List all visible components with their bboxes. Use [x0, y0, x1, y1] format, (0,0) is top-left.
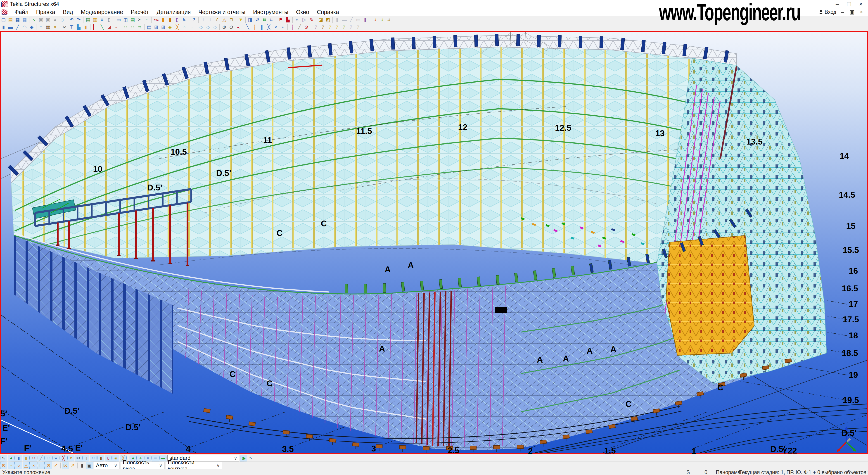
- share-model-icon[interactable]: <: [31, 16, 37, 23]
- fast-forward-icon[interactable]: »: [294, 16, 301, 23]
- context-help-icon[interactable]: ?: [190, 16, 197, 23]
- menu-item-10[interactable]: Справка: [313, 9, 343, 16]
- table-b-icon[interactable]: ⊞: [160, 24, 167, 30]
- menu-item-3[interactable]: Вид: [59, 9, 77, 16]
- mesh-tool-icon[interactable]: ⌗: [385, 16, 393, 23]
- white-beam-icon[interactable]: ▬: [341, 16, 348, 23]
- workflow-arrow-icon[interactable]: ↳: [181, 16, 188, 23]
- binoculars-icon[interactable]: ∞: [61, 24, 68, 30]
- select-filter-toggle-icon[interactable]: ▬: [159, 455, 166, 462]
- grid-calc-icon[interactable]: ⌗: [268, 16, 275, 23]
- frame-tool-icon[interactable]: ⊓: [228, 16, 235, 23]
- weld-diag-icon[interactable]: ╲: [99, 24, 105, 30]
- inquire-part-icon[interactable]: ?: [327, 24, 333, 30]
- select-points-icon[interactable]: ∷: [30, 455, 37, 462]
- coordinate-xyz-icon[interactable]: xyz: [153, 16, 160, 23]
- create-column-icon[interactable]: ▮: [0, 24, 7, 30]
- node-a-icon[interactable]: ◇: [197, 24, 204, 30]
- redo-icon[interactable]: ↷: [75, 16, 82, 23]
- copy-properties-icon[interactable]: ▤: [85, 16, 92, 23]
- mdi-close-button[interactable]: ×: [857, 9, 866, 15]
- select-bolts-icon[interactable]: ∷: [90, 455, 97, 462]
- snap-line-icon[interactable]: ╱: [296, 24, 303, 30]
- snap-cross-icon[interactable]: ×: [30, 462, 37, 469]
- table-a-icon[interactable]: ⊞: [153, 24, 160, 30]
- bolt-a-icon[interactable]: ∷: [122, 24, 129, 30]
- snap-points-toggle-icon[interactable]: ⊠: [0, 462, 7, 469]
- phase-lock-icon[interactable]: ▮: [167, 16, 174, 23]
- split-window-icon[interactable]: ◫: [122, 16, 129, 23]
- menu-item-7[interactable]: Чертежи и отчеты: [194, 9, 249, 16]
- select-cursor-icon[interactable]: ↖: [0, 455, 7, 462]
- window-close-button[interactable]: ×: [855, 0, 867, 8]
- save-icon[interactable]: ▦: [14, 16, 21, 23]
- snap-mid-icon[interactable]: ▪: [279, 24, 286, 30]
- mdi-minimize-button[interactable]: –: [838, 9, 847, 15]
- publish-icon[interactable]: ▣: [37, 16, 44, 23]
- window-minimize-button[interactable]: –: [831, 0, 843, 8]
- mdi-restore-button[interactable]: ▣: [847, 9, 857, 15]
- snap-mode-combo[interactable]: Авто∨: [94, 462, 119, 469]
- select-planes-icon[interactable]: ▼: [67, 455, 74, 462]
- create-plate-icon[interactable]: ◆: [28, 24, 35, 30]
- inquire-assembly-icon[interactable]: ?: [340, 24, 347, 30]
- select-views-icon[interactable]: ▯: [82, 455, 89, 462]
- select-grids-icon[interactable]: ∗: [53, 455, 60, 462]
- template-icon[interactable]: ▣: [44, 16, 52, 23]
- node-b-icon[interactable]: ◇: [204, 24, 211, 30]
- weld-line-icon[interactable]: ▎: [92, 24, 99, 30]
- inquire-object-icon[interactable]: ?: [312, 24, 319, 30]
- cone-tool-icon[interactable]: △: [221, 16, 228, 23]
- menu-item-6[interactable]: Детализация: [153, 9, 195, 16]
- compass-x-icon[interactable]: ╳: [174, 24, 181, 30]
- bolt-mesh-icon[interactable]: ⌗: [136, 24, 143, 30]
- snap-center-toggle-icon[interactable]: ○: [15, 462, 22, 469]
- select-parts-icon[interactable]: ▲: [8, 455, 15, 462]
- purple-box-icon[interactable]: ▮: [362, 16, 369, 23]
- snap-plane-combo[interactable]: Плоскость вида∨: [121, 462, 164, 469]
- create-beam-icon[interactable]: ▬: [7, 24, 14, 30]
- macro-run-icon[interactable]: ▷: [301, 16, 308, 23]
- menu-item-8[interactable]: Инструменты: [249, 9, 292, 16]
- snap-perpendicular-icon[interactable]: ∟: [37, 462, 44, 469]
- open-model-icon[interactable]: ▤: [7, 16, 14, 23]
- view-filter-globe-icon[interactable]: ◉: [240, 455, 247, 462]
- window-maximize-button[interactable]: ☐: [843, 0, 855, 8]
- cut-dashed-icon[interactable]: ▫: [113, 24, 120, 30]
- phase-view-icon[interactable]: ▯: [174, 16, 181, 23]
- select-lines-icon[interactable]: ╱: [37, 455, 44, 462]
- zoom-out-icon[interactable]: ⊖: [228, 24, 235, 30]
- create-curved-beam-icon[interactable]: ◠: [21, 24, 28, 30]
- menu-item-4[interactable]: Моделирование: [77, 9, 127, 16]
- orange-panel-icon[interactable]: ▮: [82, 24, 89, 30]
- flag-checkered-icon[interactable]: ⚑: [277, 16, 284, 23]
- catalog-icon[interactable]: ▲: [52, 16, 59, 23]
- snap-intersection-icon[interactable]: ╳: [265, 24, 272, 30]
- snap-parallel-icon[interactable]: ∥: [258, 24, 265, 30]
- new-model-icon[interactable]: ▢: [0, 16, 7, 23]
- menu-item-5[interactable]: Расчёт: [127, 9, 153, 16]
- lift-truck-icon[interactable]: ▙: [284, 16, 291, 23]
- pin-tool-icon[interactable]: ▼: [237, 16, 244, 23]
- login-button[interactable]: Вход: [825, 9, 836, 15]
- save-as-icon[interactable]: ▦: [21, 16, 28, 23]
- flow-arrow-icon[interactable]: →: [188, 24, 195, 30]
- angle-tool-icon[interactable]: ∠: [214, 16, 221, 23]
- exit-door-icon[interactable]: ▯: [105, 16, 113, 23]
- reference-model-icon[interactable]: ◇: [59, 16, 66, 23]
- menu-item-9[interactable]: Окно: [292, 9, 313, 16]
- bolt-b-icon[interactable]: ∷: [129, 24, 136, 30]
- inquire-report-icon[interactable]: ?: [354, 24, 362, 30]
- t-view-icon[interactable]: ⊤: [68, 24, 75, 30]
- snap-any-icon[interactable]: ✓: [53, 462, 59, 469]
- area-select-icon[interactable]: ▫: [143, 16, 150, 23]
- pad-footing-icon[interactable]: ▦: [44, 24, 52, 30]
- named-views-icon[interactable]: ▤: [129, 16, 136, 23]
- snap-extension-icon[interactable]: ⊠: [45, 462, 52, 469]
- node-c-icon[interactable]: ◇: [211, 24, 218, 30]
- inquire-phase-icon[interactable]: ?: [347, 24, 354, 30]
- zoom-previous-icon[interactable]: «: [235, 24, 242, 30]
- copy-special-icon[interactable]: ▤: [146, 24, 153, 30]
- u-bolt-green-icon[interactable]: ∪: [378, 16, 385, 23]
- u-bolt-red-icon[interactable]: ∪: [371, 16, 378, 23]
